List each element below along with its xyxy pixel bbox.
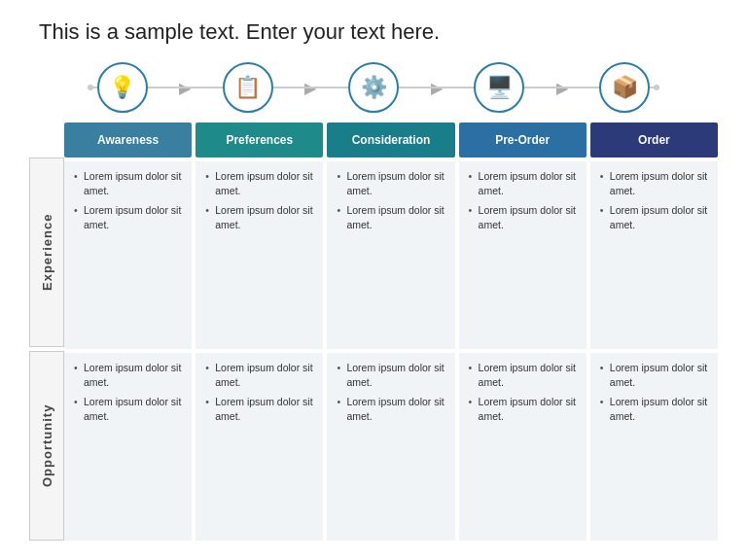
grid-row-opportunity: Lorem ipsum dolor sit amet. Lorem ipsum … xyxy=(64,353,718,541)
list-item: Lorem ipsum dolor sit amet. xyxy=(469,361,577,389)
list-item: Lorem ipsum dolor sit amet. xyxy=(337,203,445,231)
cell-experience-order: Lorem ipsum dolor sit amet. Lorem ipsum … xyxy=(590,161,718,349)
col-header-awareness: Awareness xyxy=(64,122,192,158)
timeline-circle-1: 💡 xyxy=(97,62,148,113)
cell-opportunity-preorder: Lorem ipsum dolor sit amet. Lorem ipsum … xyxy=(459,353,587,541)
timeline-item-5: 📦 xyxy=(571,62,679,113)
cell-opportunity-order: Lorem ipsum dolor sit amet. Lorem ipsum … xyxy=(590,353,718,541)
timeline: 💡 ▶ 📋 ▶ ⚙️ ▶ 🖥️ ▶ 📦 xyxy=(29,62,718,113)
table-wrapper: Experience Opportunity Awareness Prefere… xyxy=(29,122,718,541)
timeline-circle-2: 📋 xyxy=(223,62,273,113)
row-labels: Experience Opportunity xyxy=(29,158,64,541)
cell-opportunity-consideration: Lorem ipsum dolor sit amet. Lorem ipsum … xyxy=(327,353,454,541)
page: This is a sample text. Enter your text h… xyxy=(0,0,747,560)
col-header-preferences: Preferences xyxy=(196,122,323,158)
grid-area: Awareness Preferences Consideration Pre-… xyxy=(64,122,718,541)
list-item: Lorem ipsum dolor sit amet. xyxy=(469,395,577,423)
dot-right xyxy=(654,85,659,90)
list-item: Lorem ipsum dolor sit amet. xyxy=(74,169,182,197)
row-label-opportunity: Opportunity xyxy=(29,351,64,541)
dot-left xyxy=(88,85,93,90)
list-item: Lorem ipsum dolor sit amet. xyxy=(74,203,182,231)
timeline-item-2: 📋 xyxy=(194,62,302,113)
list-item: Lorem ipsum dolor sit amet. xyxy=(74,395,182,423)
timeline-item-4: 🖥️ xyxy=(445,62,553,113)
timeline-circle-3: ⚙️ xyxy=(348,62,399,113)
timeline-item-1: 💡 xyxy=(68,62,176,113)
col-headers: Awareness Preferences Consideration Pre-… xyxy=(64,122,718,158)
page-title: This is a sample text. Enter your text h… xyxy=(39,19,718,45)
grid-row-experience: Lorem ipsum dolor sit amet. Lorem ipsum … xyxy=(64,161,718,349)
list-item: Lorem ipsum dolor sit amet. xyxy=(469,169,577,197)
list-item: Lorem ipsum dolor sit amet. xyxy=(205,203,313,231)
list-item: Lorem ipsum dolor sit amet. xyxy=(600,169,708,197)
list-item: Lorem ipsum dolor sit amet. xyxy=(600,361,708,389)
list-item: Lorem ipsum dolor sit amet. xyxy=(337,361,445,389)
timeline-item-3: ⚙️ xyxy=(319,62,427,113)
cell-experience-preorder: Lorem ipsum dolor sit amet. Lorem ipsum … xyxy=(459,161,587,349)
list-item: Lorem ipsum dolor sit amet. xyxy=(337,395,445,423)
cell-experience-consideration: Lorem ipsum dolor sit amet. Lorem ipsum … xyxy=(327,161,454,349)
list-item: Lorem ipsum dolor sit amet. xyxy=(205,395,313,423)
cell-opportunity-preferences: Lorem ipsum dolor sit amet. Lorem ipsum … xyxy=(196,353,323,541)
list-item: Lorem ipsum dolor sit amet. xyxy=(469,203,577,231)
col-header-consideration: Consideration xyxy=(327,122,454,158)
list-item: Lorem ipsum dolor sit amet. xyxy=(205,361,313,389)
list-item: Lorem ipsum dolor sit amet. xyxy=(337,169,445,197)
cell-experience-awareness: Lorem ipsum dolor sit amet. Lorem ipsum … xyxy=(64,161,192,349)
list-item: Lorem ipsum dolor sit amet. xyxy=(74,361,182,389)
timeline-circle-4: 🖥️ xyxy=(474,62,524,113)
grid-rows: Lorem ipsum dolor sit amet. Lorem ipsum … xyxy=(64,161,718,541)
list-item: Lorem ipsum dolor sit amet. xyxy=(600,395,708,423)
list-item: Lorem ipsum dolor sit amet. xyxy=(205,169,313,197)
cell-opportunity-awareness: Lorem ipsum dolor sit amet. Lorem ipsum … xyxy=(64,353,192,541)
cell-experience-preferences: Lorem ipsum dolor sit amet. Lorem ipsum … xyxy=(196,161,323,349)
row-label-experience: Experience xyxy=(29,158,64,347)
col-header-preorder: Pre-Order xyxy=(459,122,587,158)
col-header-order: Order xyxy=(590,122,718,158)
timeline-circle-5: 📦 xyxy=(599,62,650,113)
list-item: Lorem ipsum dolor sit amet. xyxy=(600,203,708,231)
